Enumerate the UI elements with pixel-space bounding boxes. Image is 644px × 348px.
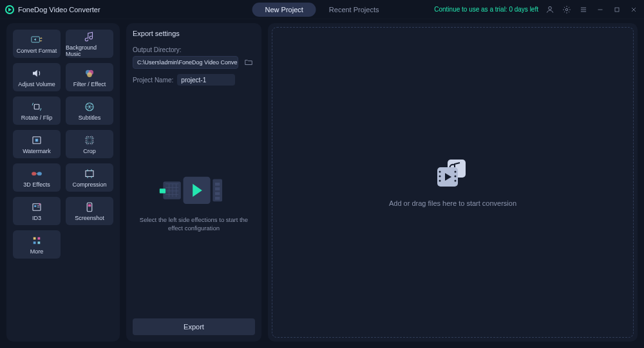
tab-new-project[interactable]: New Project xyxy=(252,3,316,17)
tile-label: Rotate / Flip xyxy=(21,114,53,121)
svg-rect-17 xyxy=(34,205,36,207)
svg-rect-30 xyxy=(215,192,220,195)
export-button[interactable]: Export xyxy=(133,318,255,335)
tile-filter-effect[interactable]: Filter / Effect xyxy=(66,63,113,91)
svg-rect-19 xyxy=(88,204,91,206)
trial-status-link[interactable]: Continue to use as a trial: 0 days left xyxy=(434,6,538,13)
screenshot-icon xyxy=(83,201,96,213)
svg-rect-12 xyxy=(86,136,93,143)
svg-rect-28 xyxy=(215,183,220,186)
volume-icon xyxy=(30,68,43,79)
svg-rect-25 xyxy=(160,188,166,193)
tile-label: Compression xyxy=(72,181,106,188)
tile-screenshot[interactable]: Screenshot xyxy=(66,197,113,225)
subtitles-icon xyxy=(83,101,96,113)
tile-label: Watermark xyxy=(23,148,51,154)
tile-grid: Convert Format Background Music Adjust V… xyxy=(13,30,113,259)
tile-more[interactable]: More xyxy=(13,230,61,259)
close-button[interactable] xyxy=(629,5,639,15)
tile-label: Subtitles xyxy=(79,114,101,121)
effect-placeholder-icon xyxy=(158,172,229,208)
account-icon[interactable] xyxy=(545,5,555,15)
svg-point-0 xyxy=(549,6,552,10)
maximize-button[interactable] xyxy=(612,5,622,15)
svg-point-38 xyxy=(455,175,457,177)
drop-zone[interactable]: Add or drag files here to start conversi… xyxy=(268,23,638,342)
svg-point-34 xyxy=(439,170,441,172)
svg-point-35 xyxy=(439,175,441,177)
svg-rect-22 xyxy=(33,241,36,244)
output-dir-input[interactable]: C:\Users\admin\FoneDog Video Converter\C… xyxy=(133,56,238,69)
id3-icon xyxy=(30,201,43,213)
svg-rect-23 xyxy=(38,241,41,244)
workspace: Convert Format Background Music Adjust V… xyxy=(0,19,644,348)
app-logo-icon xyxy=(5,5,14,14)
tile-compression[interactable]: Compression xyxy=(66,163,113,192)
tile-id3[interactable]: ID3 xyxy=(13,197,61,225)
tile-label: Background Music xyxy=(66,44,113,57)
svg-point-36 xyxy=(439,179,441,181)
svg-rect-18 xyxy=(87,203,92,212)
convert-icon xyxy=(30,34,43,46)
svg-rect-2 xyxy=(615,8,619,12)
tile-label: ID3 xyxy=(32,215,41,221)
svg-rect-7 xyxy=(34,104,39,109)
app-title: FoneDog Video Converter xyxy=(18,6,100,14)
effect-hint-text: Select the left side effections to start… xyxy=(133,215,255,233)
titlebar: FoneDog Video Converter New Project Rece… xyxy=(0,0,644,19)
tile-rotate-flip[interactable]: Rotate / Flip xyxy=(13,96,61,125)
export-heading: Export settings xyxy=(133,30,255,37)
tile-crop[interactable]: Crop xyxy=(66,130,113,158)
minimize-button[interactable] xyxy=(595,5,605,15)
svg-point-39 xyxy=(455,179,457,181)
filter-icon xyxy=(83,68,96,79)
rotate-icon xyxy=(30,101,43,113)
project-name-input[interactable] xyxy=(177,74,235,86)
tile-label: Filter / Effect xyxy=(73,81,106,87)
output-dir-label: Output Directory: xyxy=(133,46,255,53)
tile-label: Convert Format xyxy=(17,48,57,54)
svg-rect-15 xyxy=(86,170,93,176)
svg-rect-31 xyxy=(215,197,220,200)
svg-point-6 xyxy=(87,72,92,77)
crop-icon xyxy=(83,134,96,146)
music-icon xyxy=(83,31,96,42)
tile-watermark[interactable]: T Watermark xyxy=(13,130,61,158)
svg-point-13 xyxy=(32,172,36,176)
svg-point-37 xyxy=(455,170,457,172)
tile-label: Crop xyxy=(83,148,96,154)
watermark-icon: T xyxy=(30,134,43,146)
svg-rect-21 xyxy=(38,237,41,239)
tools-panel: Convert Format Background Music Adjust V… xyxy=(6,23,120,342)
tile-label: Adjust Volume xyxy=(18,81,55,87)
tile-subtitles[interactable]: Subtitles xyxy=(66,96,113,125)
svg-point-1 xyxy=(565,8,568,11)
menu-icon[interactable] xyxy=(578,5,589,15)
tile-label: 3D Effects xyxy=(23,181,50,188)
tile-label: Screenshot xyxy=(75,215,104,221)
export-panel: Export settings Output Directory: C:\Use… xyxy=(126,23,261,342)
settings-icon[interactable] xyxy=(562,5,572,15)
compress-icon xyxy=(83,168,96,179)
tab-recent-projects[interactable]: Recent Projects xyxy=(316,3,392,17)
main-tabs: New Project Recent Projects xyxy=(252,3,392,17)
drop-file-icon xyxy=(433,158,472,189)
svg-rect-20 xyxy=(33,237,36,239)
tile-3d-effects[interactable]: 3D Effects xyxy=(13,163,61,192)
tile-adjust-volume[interactable]: Adjust Volume xyxy=(13,63,61,91)
svg-rect-29 xyxy=(215,187,220,190)
svg-point-14 xyxy=(37,172,42,176)
tile-convert-format[interactable]: Convert Format xyxy=(13,30,61,58)
more-icon xyxy=(30,235,43,246)
drop-message: Add or drag files here to start conversi… xyxy=(389,199,516,207)
project-name-label: Project Name: xyxy=(133,77,173,84)
glasses-icon xyxy=(30,168,43,179)
tile-background-music[interactable]: Background Music xyxy=(66,30,113,58)
browse-folder-button[interactable] xyxy=(242,56,255,69)
tile-label: More xyxy=(30,248,44,255)
